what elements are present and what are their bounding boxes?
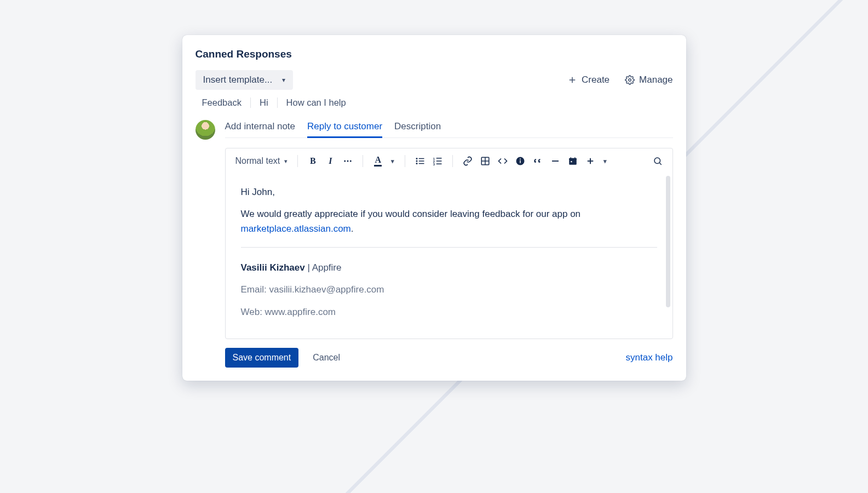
text-color-button[interactable]: A <box>371 154 385 168</box>
tab-description[interactable]: Description <box>394 119 441 137</box>
signature-email-label: Email: <box>241 284 269 295</box>
tab-reply-to-customer[interactable]: Reply to customer <box>307 119 382 137</box>
comment-tabs: Add internal note Reply to customer Desc… <box>225 119 673 138</box>
ellipsis-icon <box>343 156 353 166</box>
quick-template-feedback[interactable]: Feedback <box>202 98 251 108</box>
save-comment-button[interactable]: Save comment <box>225 348 299 368</box>
insert-more-chevron[interactable]: ▾ <box>601 154 610 168</box>
create-button[interactable]: Create <box>567 74 610 85</box>
numbered-list-icon: 123 <box>433 156 442 166</box>
svg-rect-11 <box>419 163 424 164</box>
cancel-button[interactable]: Cancel <box>305 348 348 368</box>
body-text-after: . <box>351 223 354 234</box>
code-button[interactable] <box>496 154 510 168</box>
svg-point-7 <box>416 160 418 162</box>
calendar-icon <box>568 156 578 166</box>
bullet-list-icon <box>415 156 425 166</box>
scrollbar[interactable] <box>666 176 670 307</box>
signature-name-line: Vasilii Kizhaev | Appfire <box>241 261 657 275</box>
tab-add-internal-note[interactable]: Add internal note <box>225 119 296 137</box>
date-button[interactable] <box>566 154 580 168</box>
svg-point-3 <box>344 160 346 162</box>
divider-button[interactable] <box>548 154 562 168</box>
quick-template-hi[interactable]: Hi <box>251 98 278 108</box>
marketplace-link[interactable]: marketplace.atlassian.com <box>241 223 351 234</box>
quote-button[interactable] <box>531 154 545 168</box>
signature-company: Appfire <box>312 262 342 273</box>
rich-text-editor: Normal text ▾ B I A <box>225 148 673 339</box>
svg-rect-16 <box>436 160 442 162</box>
comment-area: Add internal note Reply to customer Desc… <box>196 119 673 368</box>
italic-button[interactable]: I <box>323 154 337 168</box>
quick-template-how-can-i-help[interactable]: How can I help <box>278 98 355 108</box>
bold-button[interactable]: B <box>306 154 320 168</box>
svg-point-6 <box>416 158 418 159</box>
svg-rect-29 <box>571 161 572 162</box>
info-icon <box>515 156 525 166</box>
quote-icon <box>533 156 543 166</box>
editor-footer: Save comment Cancel syntax help <box>225 348 673 368</box>
panel-title: Canned Responses <box>196 48 673 60</box>
numbered-list-button[interactable]: 123 <box>430 154 445 168</box>
panel-actions: Create Manage <box>567 74 672 85</box>
plus-icon <box>567 75 577 85</box>
svg-point-4 <box>347 160 349 162</box>
chevron-down-icon: ▾ <box>284 158 288 165</box>
svg-point-2 <box>629 79 631 82</box>
manage-button[interactable]: Manage <box>625 74 672 85</box>
svg-rect-17 <box>436 164 442 165</box>
signature-web-label: Web: <box>241 307 265 317</box>
editor-body[interactable]: Hi John, We would greatly appreciate if … <box>226 174 672 339</box>
table-button[interactable] <box>478 154 492 168</box>
svg-rect-15 <box>436 158 442 159</box>
find-replace-button[interactable] <box>651 154 665 168</box>
plus-icon <box>585 156 595 166</box>
svg-line-33 <box>659 163 661 164</box>
body-text: We would greatly appreciate if you would… <box>241 209 581 219</box>
greeting-line: Hi John, <box>241 185 657 199</box>
chevron-down-icon: ▾ <box>603 158 607 165</box>
svg-rect-26 <box>570 158 577 160</box>
signature-web: www.appfire.com <box>265 307 336 317</box>
insert-template-label: Insert template... <box>203 74 273 85</box>
link-button[interactable] <box>461 154 475 168</box>
toolbar-separator <box>405 155 405 167</box>
toolbar-separator <box>297 155 298 167</box>
svg-point-5 <box>350 160 352 162</box>
create-label: Create <box>582 74 610 85</box>
chevron-down-icon: ▾ <box>282 76 285 84</box>
svg-point-8 <box>416 163 418 164</box>
link-icon <box>463 156 473 166</box>
signature-divider <box>241 247 657 248</box>
editor-toolbar: Normal text ▾ B I A <box>226 148 672 174</box>
svg-point-23 <box>520 158 521 159</box>
svg-rect-10 <box>419 160 424 162</box>
signature-email: vasilii.kizhaev@appfire.com <box>269 284 384 295</box>
text-style-label: Normal text <box>235 156 280 166</box>
minus-icon <box>550 156 560 166</box>
chevron-down-icon: ▾ <box>391 158 394 165</box>
insert-more-button[interactable] <box>583 154 597 168</box>
svg-point-32 <box>654 158 660 164</box>
toolbar-separator <box>363 155 363 167</box>
info-panel-button[interactable] <box>513 154 527 168</box>
table-icon <box>480 156 490 166</box>
template-toolbar-row: Insert template... ▾ Create Manage <box>196 70 673 90</box>
body-paragraph: We would greatly appreciate if you would… <box>241 207 657 236</box>
insert-template-dropdown[interactable]: Insert template... ▾ <box>196 70 294 90</box>
syntax-help-link[interactable]: syntax help <box>626 352 673 363</box>
svg-text:3: 3 <box>433 163 435 166</box>
signature-web-line: Web: www.appfire.com <box>241 305 657 319</box>
text-color-icon: A <box>374 156 382 167</box>
quick-template-chips: Feedback Hi How can I help <box>196 98 673 108</box>
text-color-chevron[interactable]: ▾ <box>388 154 397 168</box>
svg-rect-9 <box>419 158 424 159</box>
avatar <box>196 120 215 140</box>
text-style-dropdown[interactable]: Normal text ▾ <box>233 155 290 167</box>
search-icon <box>653 156 663 166</box>
manage-label: Manage <box>639 74 672 85</box>
more-formatting-button[interactable] <box>341 154 355 168</box>
signature-name: Vasilii Kizhaev <box>241 262 305 273</box>
gear-icon <box>625 75 635 85</box>
bullet-list-button[interactable] <box>413 154 427 168</box>
